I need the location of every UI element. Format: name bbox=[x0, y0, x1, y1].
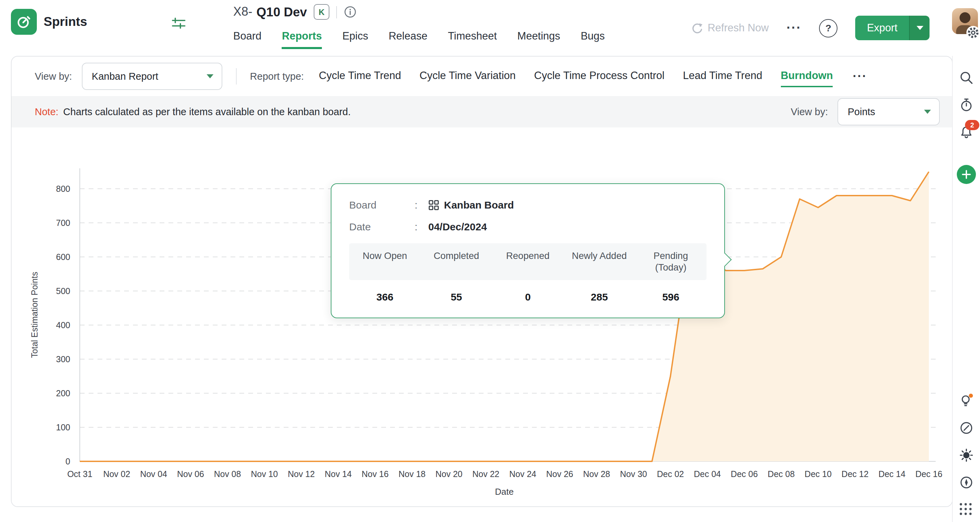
tab-meetings[interactable]: Meetings bbox=[517, 30, 560, 49]
svg-text:Nov 06: Nov 06 bbox=[177, 469, 204, 479]
search-icon[interactable] bbox=[958, 70, 975, 86]
whats-new-icon[interactable] bbox=[958, 392, 975, 409]
chart-view-by: View by: Points bbox=[791, 98, 940, 125]
svg-text:Dec 16: Dec 16 bbox=[915, 469, 942, 479]
kanban-badge: K bbox=[314, 4, 329, 20]
project-name: Q10 Dev bbox=[256, 5, 307, 19]
val-newly-added: 285 bbox=[564, 281, 635, 306]
settings-gear-icon[interactable] bbox=[966, 26, 980, 40]
timer-icon[interactable] bbox=[958, 97, 975, 113]
tooltip-stats-table: Now Open Completed Reopened Newly Added … bbox=[349, 243, 706, 306]
tooltip-date-row: Date : 04/Dec/2024 bbox=[349, 221, 706, 232]
report-type-cycle-time-process-control[interactable]: Cycle Time Process Control bbox=[534, 65, 664, 87]
notifications-bell-icon[interactable]: 2 bbox=[958, 124, 975, 140]
svg-text:Nov 08: Nov 08 bbox=[214, 469, 241, 479]
tooltip-table-header: Now Open Completed Reopened Newly Added … bbox=[349, 243, 706, 281]
info-icon[interactable] bbox=[344, 5, 357, 18]
tab-bugs[interactable]: Bugs bbox=[581, 30, 605, 49]
tab-board[interactable]: Board bbox=[233, 30, 261, 49]
tooltip-board-row: Board : Kanban Board bbox=[349, 199, 706, 211]
tooltip-date-value: 04/Dec/2024 bbox=[428, 221, 487, 232]
export-split-button: Export bbox=[855, 16, 929, 40]
tab-timesheet[interactable]: Timesheet bbox=[448, 30, 497, 49]
header-actions: Refresh Now ··· ? Export bbox=[690, 0, 929, 56]
report-type-burndown[interactable]: Burndown bbox=[781, 65, 833, 87]
tab-epics[interactable]: Epics bbox=[342, 30, 368, 49]
report-filter-bar: View by: Kanban Report Report type: Cycl… bbox=[11, 57, 952, 96]
report-type-more-menu[interactable]: ··· bbox=[853, 69, 867, 84]
project-tabs: Board Reports Epics Release Timesheet Me… bbox=[233, 30, 605, 49]
col-completed: Completed bbox=[421, 243, 492, 281]
explore-compass-icon[interactable] bbox=[958, 474, 975, 491]
tooltip-board-value: Kanban Board bbox=[444, 199, 514, 211]
sketch-icon[interactable] bbox=[958, 420, 975, 436]
svg-text:Total Estimation Points: Total Estimation Points bbox=[30, 272, 39, 358]
header-more-menu[interactable]: ··· bbox=[786, 21, 801, 35]
report-type-cycle-time-trend[interactable]: Cycle Time Trend bbox=[319, 65, 401, 87]
chart-unit-dropdown[interactable]: Points bbox=[837, 98, 940, 125]
svg-text:500: 500 bbox=[56, 286, 70, 296]
app-header: Sprints X8- Q10 Dev K Boar bbox=[0, 0, 980, 56]
svg-text:Dec 08: Dec 08 bbox=[768, 469, 794, 479]
tooltip-table-values: 366 55 0 285 596 bbox=[349, 281, 706, 306]
val-pending-today: 596 bbox=[635, 281, 706, 306]
svg-text:Date: Date bbox=[495, 487, 514, 497]
svg-text:200: 200 bbox=[56, 389, 70, 398]
stopwatch-icon bbox=[16, 14, 32, 30]
col-pending-today: Pending (Today) bbox=[635, 243, 706, 281]
svg-text:600: 600 bbox=[56, 252, 70, 262]
report-view-dropdown[interactable]: Kanban Report bbox=[81, 63, 222, 90]
svg-text:300: 300 bbox=[56, 354, 70, 364]
apps-grid-icon[interactable] bbox=[958, 501, 975, 518]
chart-view-by-label: View by: bbox=[791, 106, 828, 117]
svg-text:Nov 10: Nov 10 bbox=[251, 469, 278, 479]
app-title: Sprints bbox=[44, 14, 87, 29]
svg-text:Nov 26: Nov 26 bbox=[546, 469, 573, 479]
svg-text:Oct 31: Oct 31 bbox=[67, 469, 92, 479]
chevron-down-icon bbox=[206, 74, 213, 78]
svg-text:100: 100 bbox=[56, 422, 70, 432]
notification-count-badge: 2 bbox=[965, 120, 979, 130]
svg-text:Dec 12: Dec 12 bbox=[842, 469, 869, 479]
avatar-head bbox=[959, 12, 970, 23]
col-newly-added: Newly Added bbox=[564, 243, 635, 281]
svg-text:Dec 06: Dec 06 bbox=[731, 469, 758, 479]
export-dropdown-button[interactable] bbox=[909, 16, 929, 40]
report-type-cycle-time-variation[interactable]: Cycle Time Variation bbox=[419, 65, 515, 87]
svg-text:Dec 02: Dec 02 bbox=[657, 469, 684, 479]
val-completed: 55 bbox=[421, 281, 492, 306]
svg-text:800: 800 bbox=[56, 184, 70, 194]
theme-icon[interactable] bbox=[958, 447, 975, 463]
export-button[interactable]: Export bbox=[855, 16, 909, 40]
svg-text:Nov 18: Nov 18 bbox=[399, 469, 426, 479]
refresh-now-button[interactable]: Refresh Now bbox=[690, 22, 768, 34]
svg-text:Nov 04: Nov 04 bbox=[140, 469, 167, 479]
refresh-icon bbox=[690, 22, 702, 34]
svg-text:Dec 10: Dec 10 bbox=[805, 469, 832, 479]
svg-text:700: 700 bbox=[56, 218, 70, 228]
project-title: X8- Q10 Dev K bbox=[233, 4, 357, 20]
report-type-lead-time-trend[interactable]: Lead Time Trend bbox=[683, 65, 762, 87]
add-button[interactable] bbox=[957, 165, 976, 184]
svg-text:Dec 04: Dec 04 bbox=[694, 469, 721, 479]
report-view-value: Kanban Report bbox=[92, 71, 158, 82]
help-button[interactable]: ? bbox=[819, 19, 837, 37]
note-label: Note: bbox=[35, 106, 58, 117]
right-sidebar: 2 bbox=[952, 56, 980, 522]
board-customize-icon[interactable] bbox=[170, 16, 187, 32]
title-divider bbox=[336, 6, 337, 18]
svg-text:Nov 22: Nov 22 bbox=[472, 469, 499, 479]
val-reopened: 0 bbox=[492, 281, 564, 306]
val-now-open: 366 bbox=[349, 281, 421, 306]
tab-reports[interactable]: Reports bbox=[282, 30, 322, 49]
sprints-logo[interactable] bbox=[11, 9, 37, 35]
svg-text:Dec 14: Dec 14 bbox=[878, 469, 905, 479]
svg-text:Nov 30: Nov 30 bbox=[620, 469, 647, 479]
kanban-board-icon bbox=[428, 199, 439, 210]
burndown-chart-area: 0100200300400500600700800Oct 31Nov 02Nov… bbox=[11, 127, 952, 506]
svg-text:Nov 14: Nov 14 bbox=[325, 469, 352, 479]
tab-release[interactable]: Release bbox=[389, 30, 428, 49]
view-by-label: View by: bbox=[35, 71, 72, 82]
note-text: Charts calculated as per the items avail… bbox=[63, 106, 350, 117]
sprints-app: Sprints X8- Q10 Dev K Boar bbox=[0, 0, 980, 522]
